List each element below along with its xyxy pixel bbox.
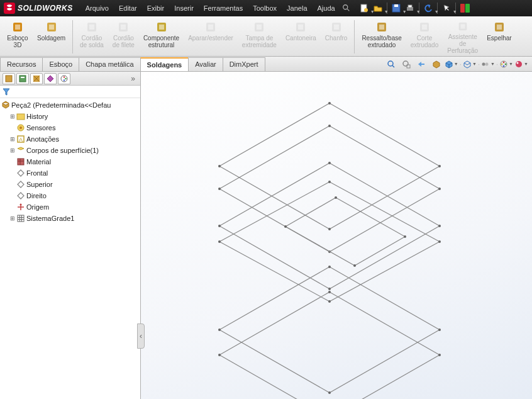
folder-icon (16, 112, 25, 121)
open-file-button[interactable]: ▼ (372, 2, 384, 14)
tree-item-label: Corpos de superfície(1) (26, 147, 99, 154)
svg-rect-25 (334, 25, 339, 30)
svg-point-72 (328, 102, 331, 104)
save-button[interactable]: ▼ (390, 2, 402, 14)
tree-item[interactable]: Material (0, 156, 140, 167)
content-area: » Peça2 (Predeterminada<<Defau ⊞HistoryS… (0, 72, 532, 399)
tree-item[interactable]: ⊞History (0, 111, 140, 122)
svg-point-104 (353, 264, 356, 267)
svg-point-94 (328, 391, 331, 394)
rebuild-status-icon[interactable] (460, 4, 470, 13)
property-manager-tab[interactable] (16, 73, 29, 84)
panel-collapse-handle[interactable] (137, 323, 145, 349)
scene-icon[interactable]: ▼ (514, 57, 528, 71)
configuration-manager-tab[interactable] (30, 73, 43, 84)
svg-marker-96 (219, 292, 440, 399)
tree-toggle-icon[interactable]: ⊞ (9, 113, 16, 120)
tree-root-item[interactable]: Peça2 (Predeterminada<<Defau (0, 99, 140, 111)
svg-point-42 (505, 63, 507, 65)
tab-chapa-metálica[interactable]: Chapa metálica (79, 57, 140, 71)
menu-janela[interactable]: Janela (282, 2, 312, 14)
svg-point-78 (438, 188, 441, 190)
svg-point-52 (64, 76, 65, 77)
ribbon-sketch3d-button[interactable]: Esboço 3D (3, 18, 33, 56)
svg-point-44 (501, 63, 503, 65)
title-bar: SOLIDWORKS Arquivo Editar Exibir Inserir… (0, 0, 532, 16)
ribbon-extrude-button[interactable]: Ressalto/base extrudado (357, 18, 406, 56)
ribbon-structural-button[interactable]: Componente estrutural (139, 18, 184, 56)
tree-item-label: Anotações (26, 135, 59, 143)
tree-item[interactable]: Origem (0, 201, 140, 213)
tree-item[interactable]: ⊞AAnotações (0, 133, 140, 145)
tab-soldagens[interactable]: Soldagens (140, 57, 189, 71)
feature-tab-row: RecursosEsboçoChapa metálicaSoldagensAva… (0, 57, 532, 72)
svg-rect-19 (208, 25, 213, 30)
menu-ferramentas[interactable]: Ferramentas (199, 2, 248, 14)
svg-rect-29 (422, 25, 427, 30)
menu-exibir[interactable]: Exibir (142, 2, 170, 14)
graphics-viewport[interactable] (141, 72, 532, 399)
undo-button[interactable]: ▼ (422, 2, 435, 14)
svg-point-87 (328, 181, 331, 183)
tree-item-label: Superior (26, 181, 53, 188)
svg-point-89 (328, 300, 331, 303)
display-manager-tab[interactable] (58, 73, 70, 84)
menu-arquivo[interactable]: Arquivo (80, 2, 114, 14)
tab-avaliar[interactable]: Avaliar (188, 57, 223, 71)
view-orientation-icon[interactable]: ▼ (445, 57, 458, 71)
tree-item[interactable]: Superior (0, 179, 140, 190)
tree-item[interactable]: Sensores (0, 122, 140, 133)
svg-point-80 (218, 188, 221, 190)
svg-point-75 (218, 165, 221, 167)
mat-icon (16, 157, 25, 166)
sidebar-expand-icon[interactable]: » (128, 74, 138, 83)
menu-inserir[interactable]: Inserir (169, 2, 199, 14)
svg-point-41 (503, 61, 505, 63)
appearance-icon[interactable]: ▼ (499, 57, 513, 71)
tree-toggle-icon[interactable]: ⊞ (9, 147, 16, 154)
tree-toggle-icon[interactable]: ⊞ (9, 215, 16, 222)
ribbon-mirror-button[interactable]: Espelhar (482, 18, 516, 56)
menu-ajuda[interactable]: Ajuda (313, 2, 340, 14)
svg-point-83 (438, 225, 441, 227)
plane-icon (16, 180, 25, 189)
zoom-area-icon[interactable] (399, 57, 413, 71)
feature-manager-tab[interactable] (3, 73, 15, 84)
svg-point-100 (218, 354, 221, 356)
select-button[interactable]: ▼ (440, 2, 453, 14)
svg-rect-49 (21, 77, 25, 78)
zoom-fit-icon[interactable] (384, 57, 398, 71)
previous-view-icon[interactable] (414, 57, 428, 71)
tree-toggle-icon[interactable]: ⊞ (9, 136, 16, 142)
tree-item[interactable]: Frontal (0, 167, 140, 179)
print-button[interactable]: ▼ (404, 2, 416, 14)
quick-access-toolbar: ▼ ▼ ▼ ▼ ▼ ▼ (358, 2, 470, 14)
dimxpert-manager-tab[interactable] (44, 73, 57, 84)
tree-item[interactable]: ⊞SistemaGrade1 (0, 213, 140, 224)
ribbon-weldbead-button: Cordão de solda (75, 18, 108, 56)
tree-item[interactable]: Direito (0, 190, 140, 201)
section-view-icon[interactable] (429, 57, 443, 71)
annot-icon: A (16, 135, 25, 143)
ribbon-chamfer-button: Chanfro (321, 18, 352, 56)
display-style-icon[interactable]: ▼ (463, 57, 477, 71)
sidebar-tab-row: » (0, 72, 140, 86)
search-icon[interactable] (340, 2, 353, 14)
svg-rect-15 (121, 25, 126, 30)
tree-item[interactable]: ⊞Corpos de superfície(1) (0, 145, 140, 156)
menu-editar[interactable]: Editar (114, 2, 142, 14)
tab-recursos[interactable]: Recursos (0, 57, 43, 71)
hide-show-icon[interactable]: ▼ (481, 57, 495, 71)
tab-dimxpert[interactable]: DimXpert (223, 57, 265, 71)
tab-esboço[interactable]: Esboço (42, 57, 79, 71)
tree-filter-bar[interactable] (0, 86, 140, 98)
ribbon-cut-button: Corte extrudado (406, 18, 443, 56)
svg-point-90 (218, 240, 221, 243)
app-title: SOLIDWORKS (18, 4, 73, 13)
new-file-button[interactable]: ▼ (358, 2, 370, 14)
ribbon-weldment-button[interactable]: Soldagem (33, 18, 70, 56)
menu-toolbox[interactable]: Toolbox (248, 2, 282, 14)
svg-rect-31 (460, 24, 465, 28)
svg-point-38 (482, 62, 485, 65)
svg-rect-47 (6, 76, 12, 82)
